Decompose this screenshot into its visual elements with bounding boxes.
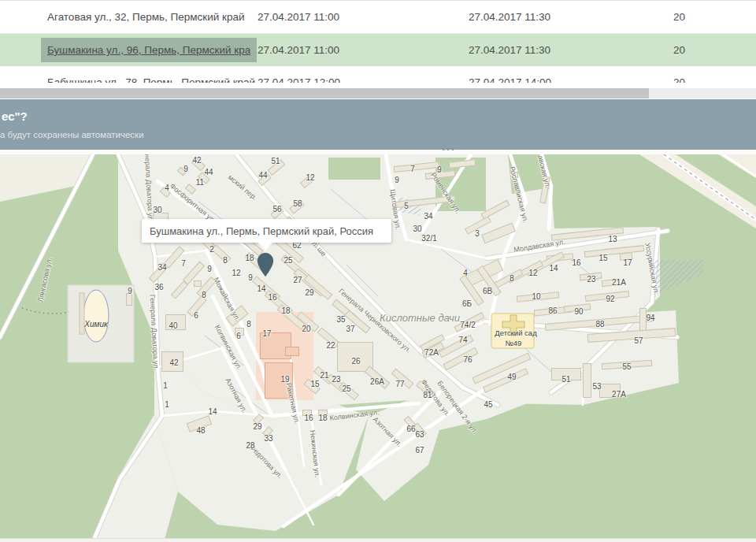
house-number: 37 bbox=[346, 325, 354, 333]
house-number: 23 bbox=[587, 275, 595, 284]
house-number: 4 bbox=[165, 184, 169, 192]
panel-divider-handle[interactable]: ••• bbox=[432, 144, 466, 154]
house-number: 35 bbox=[336, 315, 345, 324]
area-label: Кислотные дачи bbox=[380, 312, 460, 324]
house-number: 33 bbox=[264, 434, 272, 443]
house-number: 6 bbox=[236, 332, 241, 340]
house-number: 49 bbox=[507, 373, 516, 381]
house-number: 45 bbox=[484, 400, 492, 409]
house-number: 9 bbox=[128, 287, 132, 295]
house-number: 16 bbox=[304, 414, 313, 422]
house-number: 8 bbox=[202, 291, 206, 299]
cell-start-time: 27.04.2017 11:00 bbox=[258, 1, 447, 33]
horizontal-scrollbar[interactable] bbox=[0, 88, 756, 98]
house-number: 44 bbox=[258, 171, 267, 180]
house-number: 57 bbox=[634, 336, 643, 345]
street-label: Азотная ул. bbox=[372, 415, 404, 448]
street-label: Лянгасова ул. bbox=[36, 257, 54, 303]
house-number: 1 bbox=[163, 381, 168, 390]
house-number: 63 bbox=[415, 430, 424, 439]
house-number: 86 bbox=[548, 306, 557, 315]
app-screen: Агатовая ул., 32, Пермь, Пермский край27… bbox=[0, 0, 756, 542]
house-number: 56 bbox=[272, 205, 281, 213]
house-number: 13 bbox=[608, 235, 617, 243]
table-row[interactable]: Бушмакина ул., 96, Пермь, Пермский кра27… bbox=[0, 34, 756, 66]
house-number: 29 bbox=[253, 422, 261, 431]
cell-address: Агатовая ул., 32, Пермь, Пермский край bbox=[41, 1, 257, 33]
table-row[interactable]: Бабушкина ул., 78, Пермь, Пермский край2… bbox=[0, 66, 756, 83]
house-number: 15 bbox=[598, 254, 607, 262]
house-number: 14 bbox=[208, 407, 217, 416]
house-number: 30 bbox=[413, 225, 421, 233]
house-number: 17 bbox=[262, 329, 271, 338]
house-number: 1 bbox=[165, 400, 169, 409]
results-table: Агатовая ул., 32, Пермь, Пермский край27… bbox=[0, 0, 756, 83]
house-number: 11 bbox=[196, 178, 204, 187]
house-number: 90 bbox=[574, 307, 583, 316]
dialog-title: ес"? bbox=[2, 110, 28, 123]
house-number: 27А bbox=[612, 390, 626, 399]
house-number: 14 bbox=[257, 284, 265, 293]
house-number: 55 bbox=[622, 362, 631, 371]
house-number: 16 bbox=[268, 293, 276, 302]
house-number: 22 bbox=[326, 341, 335, 350]
house-number: 15 bbox=[310, 380, 319, 388]
house-number: 74 bbox=[458, 336, 467, 344]
house-number: 44 bbox=[204, 168, 213, 176]
cell-start-time: 27.04.2017 12:00 bbox=[258, 66, 447, 83]
street-label: мский пер. bbox=[227, 173, 259, 202]
house-number: 9 bbox=[437, 165, 442, 174]
house-number: 34 bbox=[158, 263, 166, 272]
house-number: 53 bbox=[592, 382, 601, 391]
house-number: 36 bbox=[154, 283, 163, 291]
house-number: 8 bbox=[246, 320, 251, 329]
map-pin[interactable] bbox=[255, 251, 276, 278]
house-number: 9 bbox=[183, 165, 188, 173]
house-number: 3 bbox=[475, 229, 480, 238]
house-number: 8 bbox=[223, 256, 228, 265]
confirm-dialog: ес"? а будут сохранены автоматически bbox=[0, 99, 756, 150]
house-number: 26А bbox=[370, 377, 384, 386]
house-number: 9 bbox=[395, 176, 399, 184]
dialog-subtitle: а будут сохранены автоматически bbox=[0, 130, 144, 139]
house-number: 29 bbox=[305, 288, 313, 297]
house-number: 9 bbox=[248, 273, 253, 282]
house-number: 4 bbox=[463, 269, 468, 277]
house-number: 16 bbox=[572, 258, 580, 267]
house-number: 51 bbox=[561, 375, 570, 384]
house-number: 17 bbox=[623, 258, 632, 267]
house-number: 30 bbox=[153, 206, 161, 214]
house-number: 23 bbox=[332, 375, 340, 384]
house-number: 77 bbox=[395, 380, 404, 388]
house-number: 12 bbox=[306, 173, 314, 182]
house-number: 26 bbox=[351, 357, 360, 366]
house-number: 58 bbox=[293, 199, 302, 208]
house-number: 92 bbox=[606, 295, 614, 303]
cell-end-time: 27.04.2017 11:30 bbox=[469, 34, 658, 66]
house-number: 66 bbox=[406, 425, 415, 433]
house-number: 67 bbox=[415, 446, 424, 455]
table-row[interactable]: Агатовая ул., 32, Пермь, Пермский край27… bbox=[0, 1, 756, 34]
house-number: 12 bbox=[232, 269, 240, 277]
street-label: Уссурийская ул. bbox=[643, 242, 660, 295]
scrollbar-thumb[interactable] bbox=[0, 88, 649, 98]
house-number: 6 bbox=[194, 311, 198, 320]
house-number: 94 bbox=[646, 314, 654, 322]
house-number: 72А bbox=[424, 348, 439, 357]
house-number: 51 bbox=[271, 157, 280, 165]
street-label: Ракетная ул. bbox=[285, 382, 302, 425]
cell-start-time: 27.04.2017 11:00 bbox=[258, 34, 447, 66]
map-tooltip: Бушмакина ул., Пермь, Пермский край, Рос… bbox=[142, 219, 391, 243]
cell-count: 20 bbox=[673, 1, 736, 33]
house-number: 18 bbox=[318, 414, 327, 422]
house-number: 2 bbox=[209, 245, 214, 254]
cell-count: 20 bbox=[673, 34, 736, 66]
cell-end-time: 27.04.2017 11:30 bbox=[469, 1, 658, 33]
map-canvas[interactable]: Лянгасова ул.Генерала Доватора ул.Генера… bbox=[0, 154, 756, 538]
house-number: 6Б bbox=[462, 299, 472, 308]
cell-address: Бабушкина ул., 78, Пермь, Пермский край bbox=[41, 66, 257, 83]
street-label: Нежинская ул. bbox=[309, 429, 321, 477]
house-number: 42 bbox=[192, 156, 201, 165]
house-number: 14 bbox=[549, 264, 558, 273]
house-number: 18 bbox=[245, 254, 254, 262]
